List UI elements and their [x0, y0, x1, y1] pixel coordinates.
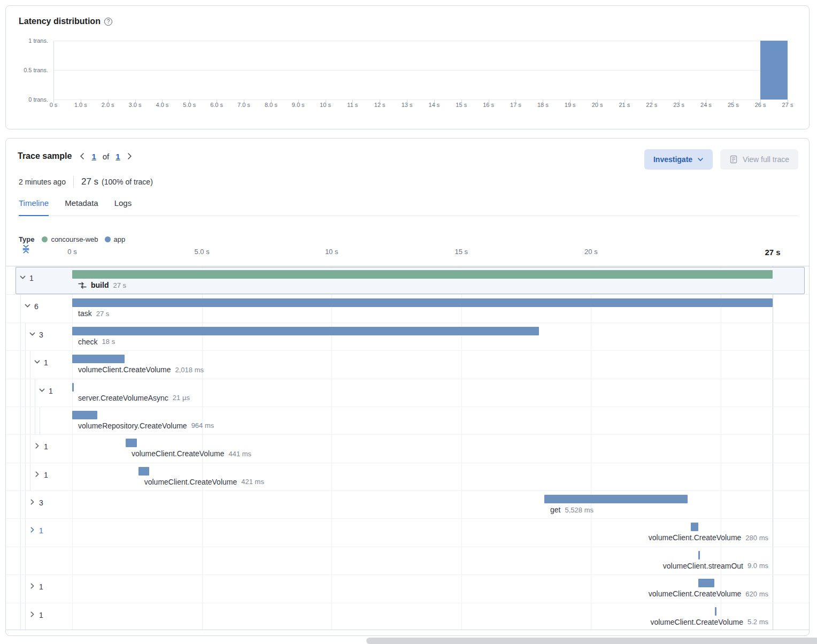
- span-count[interactable]: 1: [39, 582, 43, 591]
- previous-trace-button[interactable]: [79, 152, 85, 160]
- trace-span-row[interactable]: 1volumeClient.CreateVolume441 ms: [6, 434, 809, 462]
- trace-span-row[interactable]: 1build27 s: [6, 266, 809, 294]
- span-bar[interactable]: [691, 523, 698, 531]
- chevron-right-icon[interactable]: [33, 442, 41, 450]
- span-name: server.CreateVolumeAsync: [78, 394, 168, 402]
- span-bar[interactable]: [126, 439, 137, 447]
- chevron-down-icon: [697, 156, 704, 163]
- trace-span-row[interactable]: 1volumeClient.CreateVolume280 ms: [6, 518, 809, 546]
- span-duration: 280 ms: [745, 534, 768, 542]
- span-count[interactable]: 1: [44, 358, 48, 367]
- indent-guide: [20, 435, 21, 462]
- chevron-right-icon[interactable]: [28, 499, 36, 506]
- span-count[interactable]: 1: [39, 611, 43, 619]
- span-bar[interactable]: [698, 579, 714, 587]
- span-bar[interactable]: [72, 327, 539, 335]
- span-count[interactable]: 1: [29, 274, 34, 282]
- investigate-button-label: Investigate: [653, 155, 692, 164]
- trace-span-row[interactable]: 1server.CreateVolumeAsync21 µs: [6, 379, 809, 407]
- timeline-axis-label: 20 s: [584, 248, 598, 256]
- indent-guide: [25, 575, 26, 602]
- document-icon: [729, 155, 738, 164]
- span-bar[interactable]: [72, 270, 773, 279]
- span-count[interactable]: 1: [44, 471, 48, 479]
- span-bar[interactable]: [698, 551, 700, 559]
- latency-x-tick-label: 15 s: [456, 102, 467, 108]
- vertical-divider: [73, 176, 74, 188]
- span-count[interactable]: 1: [39, 526, 43, 535]
- chevron-down-icon[interactable]: [33, 358, 41, 366]
- trace-span-row[interactable]: 3get5,528 ms: [6, 490, 809, 518]
- span-name: check: [78, 338, 98, 346]
- legend-item-concourse-web: concourse-web: [42, 235, 98, 243]
- span-bar[interactable]: [715, 607, 716, 616]
- span-duration: 9.0 ms: [747, 562, 768, 570]
- trace-span-row[interactable]: 1volumeClient.CreateVolume421 ms: [6, 463, 809, 490]
- span-duration: 421 ms: [241, 478, 264, 486]
- chevron-down-icon[interactable]: [28, 331, 36, 338]
- horizontal-scrollbar[interactable]: [366, 638, 817, 644]
- span-count[interactable]: 3: [39, 331, 43, 339]
- tab-logs[interactable]: Logs: [114, 198, 132, 216]
- latency-x-tick-label: 18 s: [537, 102, 549, 108]
- span-label: volumeClient.CreateVolume441 ms: [132, 449, 251, 458]
- latency-histogram-bar[interactable]: [760, 41, 788, 99]
- indent-guide: [25, 351, 26, 378]
- investigate-button[interactable]: Investigate: [644, 149, 713, 170]
- question-in-circle-icon[interactable]: ?: [104, 18, 112, 26]
- span-label: task27 s: [78, 309, 109, 318]
- span-label: build27 s: [78, 281, 126, 289]
- chevron-down-icon[interactable]: [19, 274, 26, 281]
- span-duration: 18 s: [102, 338, 115, 346]
- indent-guide: [20, 295, 21, 322]
- span-count[interactable]: 3: [39, 499, 43, 507]
- span-count[interactable]: 6: [34, 302, 38, 311]
- chevron-right-icon[interactable]: [33, 471, 41, 478]
- span-duration: 2,018 ms: [175, 366, 204, 374]
- trace-span-row[interactable]: 3check18 s: [6, 323, 809, 350]
- latency-x-tick-label: 6.0 s: [210, 102, 223, 108]
- span-bar[interactable]: [72, 383, 74, 392]
- latency-x-tick-label: 9.0 s: [292, 102, 305, 108]
- latency-x-tick-label: 11 s: [347, 102, 358, 108]
- tab-timeline[interactable]: Timeline: [19, 198, 49, 216]
- trace-span-row[interactable]: volumeRepository.CreateVolume964 ms: [6, 407, 809, 434]
- trace-tabs: Timeline Metadata Logs: [19, 198, 798, 216]
- trace-span-row[interactable]: 1volumeClient.CreateVolume2,018 ms: [6, 350, 809, 378]
- latency-gridline: [53, 70, 788, 71]
- latency-x-tick-label: 26 s: [755, 102, 766, 108]
- latency-x-tick-label: 23 s: [673, 102, 684, 108]
- latency-x-tick-label: 20 s: [592, 102, 603, 108]
- indent-guide: [25, 603, 26, 631]
- span-count[interactable]: 1: [49, 387, 53, 395]
- latency-x-tick-label: 5.0 s: [183, 102, 196, 108]
- span-label: volumeRepository.CreateVolume964 ms: [78, 421, 214, 430]
- trace-span-row[interactable]: 6task27 s: [6, 294, 809, 322]
- span-duration: 27 s: [96, 310, 110, 318]
- legend-item-app: app: [105, 235, 126, 243]
- view-full-trace-button[interactable]: View full trace: [720, 149, 798, 170]
- span-bar[interactable]: [138, 467, 149, 476]
- next-trace-button[interactable]: [127, 152, 133, 160]
- span-bar[interactable]: [72, 355, 125, 363]
- chevron-down-icon[interactable]: [24, 302, 31, 310]
- trace-duration: 27 s: [81, 177, 98, 187]
- span-bar[interactable]: [72, 298, 773, 307]
- chevron-right-icon[interactable]: [28, 582, 36, 590]
- trace-span-row[interactable]: 1volumeClient.CreateVolume5.2 ms: [6, 603, 809, 631]
- span-label: check18 s: [78, 338, 115, 346]
- latency-x-tick-label: 7.0 s: [237, 102, 250, 108]
- trace-span-row[interactable]: 1volumeClient.CreateVolume620 ms: [6, 574, 809, 602]
- total-pages-link[interactable]: 1: [115, 152, 120, 161]
- current-page-link[interactable]: 1: [91, 152, 96, 161]
- span-bar[interactable]: [72, 411, 97, 419]
- trace-span-row[interactable]: volumeClient.streamOut9.0 ms: [6, 547, 809, 574]
- latency-distribution-panel: Latency distribution ? 1 trans.0.5 trans…: [5, 5, 810, 129]
- latency-plot: 1 trans.0.5 trans.0 trans.0 s1.0 s2.0 s3…: [53, 41, 788, 99]
- chevron-right-icon[interactable]: [28, 526, 36, 534]
- chevron-down-icon[interactable]: [38, 387, 45, 394]
- tab-metadata[interactable]: Metadata: [65, 198, 98, 216]
- span-bar[interactable]: [544, 495, 688, 503]
- chevron-right-icon[interactable]: [28, 611, 36, 618]
- span-count[interactable]: 1: [44, 442, 48, 451]
